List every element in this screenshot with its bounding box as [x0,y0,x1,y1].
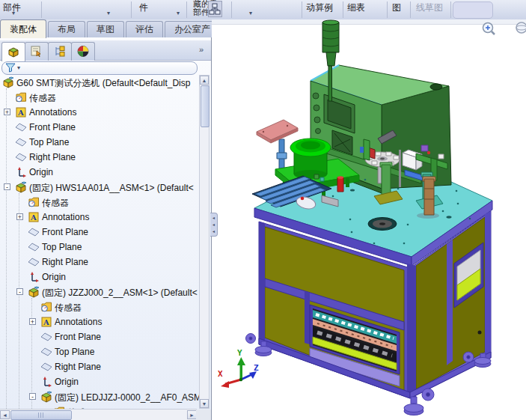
tree-item-label[interactable]: Top Plane [42,242,82,252]
graphics-viewport[interactable]: X Y Z [212,19,526,420]
sensor-icon [15,91,27,103]
viewport-tools[interactable] [483,22,526,34]
tree-row[interactable]: Right Plane [0,255,199,270]
tree-row[interactable]: 传感器 [0,195,199,210]
annotations-icon: A [15,106,27,118]
tree-item-label[interactable]: (固定) JZZJ000_2__ASM<1> (Default< [42,287,198,299]
tree-item-label[interactable]: Right Plane [42,257,88,267]
plane-icon [40,346,52,358]
tree-row[interactable]: Origin [0,165,199,180]
tree-row[interactable]: 传感器 [0,90,199,105]
tree-row[interactable]: Top Plane [0,240,199,255]
tree-row[interactable]: Origin [0,374,199,389]
tree-row[interactable]: +AAnnotations [0,105,199,120]
origin-icon [15,166,27,178]
tree-item-label[interactable]: Top Plane [29,137,69,147]
annotations-icon: A [40,316,52,328]
filter-bar[interactable]: ▾ [1,61,198,75]
filter-dropdown-arrow[interactable]: ▾ [17,64,20,71]
tree-item-label[interactable]: Top Plane [55,347,94,357]
expand-icon[interactable]: + [29,318,36,325]
assembly-icon [28,286,40,298]
tree-item-label[interactable]: Origin [29,167,53,177]
tree-item-label[interactable]: Right Plane [29,152,76,162]
tree-row[interactable]: +AAnnotations [0,210,199,225]
tree-item-label[interactable]: Origin [42,272,66,282]
x-axis-arrow [221,381,229,388]
featuremanager-panel: » ▾ G60 SMT测试分选机 (Default<Default_Disp传感… [0,37,212,420]
tree-row[interactable]: Origin [0,270,199,284]
zoom-icon[interactable] [483,23,495,35]
tower-top-hole [430,84,442,90]
door-handle [478,331,482,335]
horizontal-scroll-thumb[interactable] [10,410,72,420]
annotations-icon: A [28,211,40,223]
tree-item-label[interactable]: Origin [55,377,79,387]
tree-row[interactable]: Front Plane [0,329,199,344]
assembly-icon [15,181,27,193]
tree-vertical-scrollbar[interactable]: ▲ ▼ [199,75,210,409]
tree-item-label[interactable]: (固定) HWS1AA01A__ASM<1> (Default< [29,182,194,195]
collapse-icon[interactable]: - [29,393,36,400]
tree-item-label[interactable]: G60 SMT测试分选机 (Default<Default_Disp [16,77,190,90]
tree-item-label[interactable]: Front Plane [29,122,76,133]
machine-model[interactable] [246,20,493,416]
feature-tree: G60 SMT测试分选机 (Default<Default_Disp传感器+AA… [0,75,199,409]
plane-icon [28,256,40,268]
tree-row[interactable]: 传感器 [0,299,199,314]
tree-item-label[interactable]: Front Plane [42,227,88,237]
display-manager-tab[interactable] [71,42,95,61]
tree-row[interactable]: Front Plane [0,120,199,135]
tree-item-label[interactable]: 传感器 [55,302,82,314]
assembly-icon [40,391,52,403]
tab-装配体[interactable]: 装配体 [0,19,46,38]
tree-row[interactable]: G60 SMT测试分选机 (Default<Default_Disp [0,75,199,90]
plane-icon [15,121,27,133]
tree-row[interactable]: Right Plane [0,359,199,374]
tree-row[interactable]: Top Plane [0,135,199,150]
z-axis-label: Z [254,363,259,373]
collapse-icon[interactable]: - [16,288,23,295]
scroll-left-button[interactable]: ◄ [0,410,10,419]
configuration-manager-tab[interactable] [48,42,72,61]
tree-item-label[interactable]: Annotations [55,317,102,327]
scroll-up-button[interactable]: ▲ [200,76,209,85]
tree-row[interactable]: +AAnnotations [0,314,199,329]
tree-row[interactable]: Right Plane [0,150,199,165]
tree-item-label[interactable]: 传感器 [42,197,69,210]
x-axis-label: X [218,369,223,379]
tree-row[interactable]: -(固定) JZZJ000_2__ASM<1> (Default< [0,284,199,299]
expand-icon[interactable]: + [4,109,10,115]
assembly-icon [2,76,14,88]
tree-horizontal-scrollbar[interactable]: ◄ ► [0,409,197,420]
sensor-icon [28,196,40,208]
plane-icon [15,136,27,148]
scroll-down-button[interactable]: ▼ [200,399,209,408]
orientation-triad: X Y Z [218,348,259,388]
scrollbar-corner [196,410,211,420]
tree-row[interactable]: Front Plane [0,225,199,240]
plane-icon [40,361,52,373]
property-manager-tab[interactable] [25,42,49,61]
svg-text:A: A [17,109,24,117]
collapse-icon[interactable]: - [4,183,10,190]
tree-row[interactable]: Top Plane [0,344,199,359]
feature-manager-tab[interactable] [1,42,25,61]
tree-item-label[interactable]: Annotations [42,212,89,222]
tree-row[interactable]: -(固定) HWS1AA01A__ASM<1> (Default< [0,180,199,195]
expand-icon[interactable]: + [16,213,23,220]
sensor-icon [40,301,52,313]
vertical-scroll-thumb[interactable] [201,85,210,127]
tree-row[interactable]: -(固定) LEDJJZJ-0000_2__AF0_ASM [0,389,199,404]
tree-item-label[interactable]: Front Plane [55,332,101,342]
filter-funnel-icon [6,64,15,72]
tree-item-label[interactable]: 传感器 [29,92,56,105]
tree-item-label[interactable]: Right Plane [55,362,101,372]
plane-icon [15,151,27,163]
panel-splitter[interactable]: ◄◄◄ [210,213,218,237]
origin-icon [40,376,52,388]
tree-item-label[interactable]: Annotations [29,107,76,118]
rotate-view-icon[interactable] [516,22,526,33]
manager-tabs-overflow[interactable]: » [199,45,204,54]
tree-item-label[interactable]: (固定) LEDJJZJ-0000_2__AF0_ASM [55,392,199,404]
